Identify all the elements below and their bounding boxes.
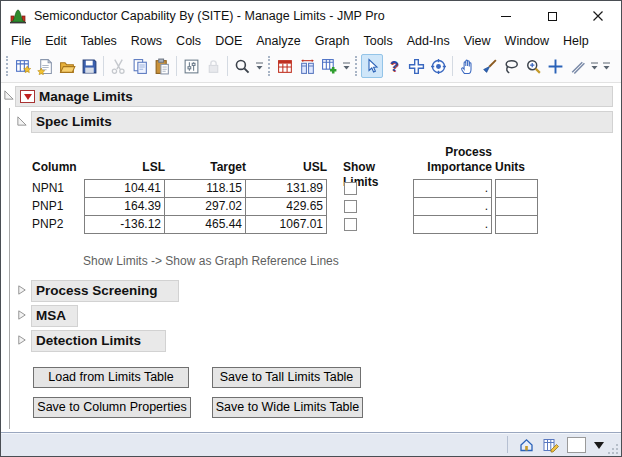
preferences-icon[interactable]	[180, 54, 202, 78]
lasso-tool-icon[interactable]	[500, 54, 522, 78]
show-limits-checkbox[interactable]	[344, 182, 357, 195]
menu-cols[interactable]: Cols	[169, 33, 208, 49]
header-process: Process	[413, 145, 492, 160]
target-input[interactable]: 297.02	[164, 197, 246, 216]
units-input[interactable]	[495, 197, 538, 216]
grabber-tool-icon[interactable]	[456, 54, 478, 78]
toolbar-overflow-icon[interactable]	[588, 54, 600, 78]
row-column-label: NPN1	[32, 179, 84, 198]
maximize-button[interactable]	[529, 1, 575, 31]
table-header-row-2: Column LSL Target USL Show Limits Import…	[32, 160, 538, 175]
menu-file[interactable]: File	[4, 33, 38, 49]
close-button[interactable]	[575, 1, 621, 31]
manage-limits-header[interactable]: Manage Limits	[15, 86, 613, 107]
toolbar-overflow-icon[interactable]	[340, 54, 352, 78]
menu-rows[interactable]: Rows	[124, 33, 169, 49]
journal-icon[interactable]	[542, 437, 560, 453]
dropdown-arrow-icon[interactable]	[593, 440, 605, 450]
header-target: Target	[164, 160, 246, 175]
save-icon[interactable]	[78, 54, 100, 78]
detection-limits-header[interactable]: Detection Limits	[31, 330, 166, 352]
brush-tool-icon[interactable]	[478, 54, 500, 78]
usl-input[interactable]: 1067.01	[245, 215, 327, 234]
paste-icon[interactable]	[151, 54, 173, 78]
jmp-window: Semiconductor Capability By (SITE) - Man…	[0, 0, 622, 457]
row-column-label: PNP2	[32, 215, 84, 234]
header-lsl: LSL	[84, 160, 165, 175]
lsl-input[interactable]: -136.12	[84, 215, 165, 234]
target-input[interactable]: 118.15	[164, 179, 246, 198]
toolbar-separator	[103, 56, 104, 76]
disclosure-open-icon[interactable]	[3, 89, 15, 101]
disclosure-closed-icon[interactable]	[16, 284, 28, 296]
menu-edit[interactable]: Edit	[38, 33, 74, 49]
usl-input[interactable]: 131.89	[245, 179, 327, 198]
menu-tools[interactable]: Tools	[356, 33, 399, 49]
crosshairs-tool-icon[interactable]	[544, 54, 566, 78]
table-row: PNP1 164.39 297.02 429.65 .	[32, 197, 538, 216]
search-icon[interactable]	[231, 54, 253, 78]
lsl-input[interactable]: 164.39	[84, 197, 165, 216]
menu-window[interactable]: Window	[498, 33, 556, 49]
help-tool-icon[interactable]: ?	[383, 54, 405, 78]
column-info-icon[interactable]	[296, 54, 318, 78]
disclosure-closed-icon[interactable]	[16, 334, 28, 346]
menu-graph[interactable]: Graph	[308, 33, 357, 49]
data-table-icon[interactable]	[274, 54, 296, 78]
menu-add-ins[interactable]: Add-Ins	[400, 33, 457, 49]
header-importance: Importance	[413, 160, 492, 175]
table-row: PNP2 -136.12 465.44 1067.01 .	[32, 215, 538, 234]
target-input[interactable]: 465.44	[164, 215, 246, 234]
new-journal-icon[interactable]	[34, 54, 56, 78]
header-usl: USL	[245, 160, 327, 175]
save-to-column-properties-button[interactable]: Save to Column Properties	[33, 397, 191, 418]
usl-input[interactable]: 429.65	[245, 197, 327, 216]
process-screening-title: Process Screening	[32, 281, 158, 301]
scroller-tool-icon[interactable]	[405, 54, 427, 78]
selection-tool-icon[interactable]	[427, 54, 449, 78]
copy-icon[interactable]	[129, 54, 151, 78]
outline-tree-line	[9, 108, 10, 429]
toolbar-overflow-icon[interactable]	[600, 54, 612, 78]
process-screening-header[interactable]: Process Screening	[31, 280, 179, 302]
annotate-tool-icon[interactable]	[566, 54, 588, 78]
menu-help[interactable]: Help	[556, 33, 596, 49]
magnifier-tool-icon[interactable]	[522, 54, 544, 78]
window-state-box[interactable]	[567, 437, 586, 453]
menu-doe[interactable]: DOE	[208, 33, 249, 49]
save-to-tall-limits-table-button[interactable]: Save to Tall Limits Table	[212, 367, 361, 388]
resize-grip[interactable]	[606, 442, 619, 455]
units-input[interactable]	[495, 215, 538, 234]
show-limits-checkbox[interactable]	[344, 200, 357, 213]
spec-limits-header[interactable]: Spec Limits	[31, 111, 613, 133]
disclosure-closed-icon[interactable]	[16, 309, 28, 321]
toolbar-overflow-icon[interactable]	[253, 54, 265, 78]
jmp-logo-icon	[9, 7, 27, 25]
toolbar-grip[interactable]	[355, 56, 357, 76]
minimize-button[interactable]	[483, 1, 529, 31]
open-file-icon[interactable]	[56, 54, 78, 78]
load-from-limits-table-button[interactable]: Load from Limits Table	[33, 367, 189, 388]
arrow-tool-icon[interactable]	[361, 54, 383, 78]
process-importance-input[interactable]: .	[413, 179, 492, 198]
new-data-table-icon[interactable]	[12, 54, 34, 78]
menu-view[interactable]: View	[457, 33, 498, 49]
lock-icon[interactable]	[202, 54, 224, 78]
red-triangle-menu-icon[interactable]	[20, 90, 35, 103]
lsl-input[interactable]: 104.41	[84, 179, 165, 198]
menu-tables[interactable]: Tables	[74, 33, 124, 49]
units-input[interactable]	[495, 179, 538, 198]
show-limits-checkbox[interactable]	[344, 218, 357, 231]
process-importance-input[interactable]: .	[413, 197, 492, 216]
save-to-wide-limits-table-button[interactable]: Save to Wide Limits Table	[212, 397, 363, 418]
toolbar-grip[interactable]	[268, 56, 270, 76]
cut-icon[interactable]	[107, 54, 129, 78]
home-icon[interactable]	[518, 437, 535, 453]
msa-header[interactable]: MSA	[31, 305, 78, 327]
disclosure-open-icon[interactable]	[16, 115, 28, 127]
process-importance-input[interactable]: .	[413, 215, 492, 234]
menu-analyze[interactable]: Analyze	[249, 33, 307, 49]
add-table-icon[interactable]	[318, 54, 340, 78]
toolbar-grip[interactable]	[6, 56, 8, 76]
row-column-label: PNP1	[32, 197, 84, 216]
